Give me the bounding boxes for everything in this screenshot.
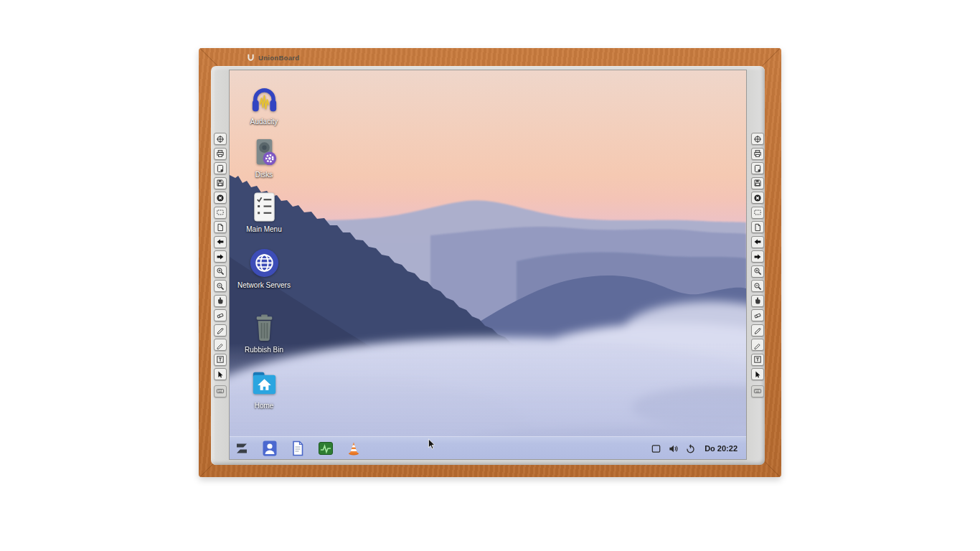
rubbish-bin-icon	[248, 311, 281, 344]
next-page-icon	[216, 253, 225, 261]
save-icon	[216, 179, 225, 187]
desktop-icon-home[interactable]: Home	[230, 367, 298, 410]
tool-new-page-button[interactable]	[214, 221, 227, 233]
tool-eraser-button[interactable]	[214, 309, 227, 321]
tool-save-button[interactable]	[751, 177, 764, 189]
tool-export-page-button[interactable]	[751, 162, 764, 174]
taskbar-app-documents[interactable]	[290, 441, 306, 456]
tool-calibrate-button[interactable]	[751, 133, 764, 145]
pencil-icon	[216, 341, 225, 349]
desktop-icon-network-servers[interactable]: Network Servers	[230, 247, 298, 290]
tool-next-page-button[interactable]	[214, 250, 227, 263]
desktop-screen: Audacity Disks Main M	[230, 70, 746, 459]
zoom-in-icon	[216, 267, 225, 276]
save-icon	[753, 179, 762, 187]
brand: UnionBoard	[246, 51, 299, 64]
screen-icon	[651, 443, 661, 454]
bezel-seam	[763, 459, 781, 477]
system-tray: Do 20:22	[650, 437, 738, 459]
tool-previous-page-button[interactable]	[751, 236, 764, 248]
network-servers-icon	[248, 247, 281, 279]
text-tool-icon	[753, 355, 762, 364]
tray-screen-button[interactable]	[650, 443, 661, 454]
tool-pointer-button[interactable]	[214, 368, 227, 380]
previous-page-icon	[753, 237, 762, 246]
home-folder-icon	[248, 367, 281, 400]
tool-zoom-in-button[interactable]	[214, 265, 227, 278]
select-area-icon	[753, 208, 762, 217]
tool-print-button[interactable]	[751, 148, 764, 160]
eraser-icon	[753, 311, 762, 320]
select-area-icon	[216, 208, 225, 217]
tray-power-button[interactable]	[684, 443, 696, 454]
keyboard-icon	[216, 387, 225, 395]
taskbar-app-system-monitor[interactable]	[318, 441, 334, 456]
taskbar-clock[interactable]: Do 20:22	[705, 444, 738, 453]
pointer-icon	[216, 370, 225, 379]
new-page-icon	[216, 223, 225, 232]
tool-keyboard-button[interactable]	[214, 385, 227, 397]
zorin-menu-icon	[234, 441, 250, 456]
desktop-icon-audacity[interactable]: Audacity	[230, 83, 298, 126]
tool-zoom-out-button[interactable]	[214, 280, 227, 292]
pointer-icon	[753, 370, 762, 379]
tool-save-button[interactable]	[214, 177, 227, 189]
tool-previous-page-button[interactable]	[214, 236, 227, 248]
desktop-icon-label: Rubbish Bin	[245, 346, 283, 354]
tool-pan-button[interactable]	[214, 295, 227, 307]
tool-calibrate-button[interactable]	[214, 133, 227, 145]
tool-zoom-out-button[interactable]	[751, 280, 764, 292]
calibrate-icon	[216, 135, 225, 143]
tool-pen-button[interactable]	[214, 324, 227, 336]
bezel-seam	[200, 48, 218, 66]
tool-keyboard-button[interactable]	[751, 385, 764, 397]
tool-next-page-button[interactable]	[751, 250, 764, 263]
pan-icon	[753, 296, 762, 305]
taskbar-app-user-account[interactable]	[262, 441, 278, 456]
taskbar-app-vlc[interactable]	[346, 441, 362, 456]
desktop-icon-rubbish-bin[interactable]: Rubbish Bin	[230, 311, 298, 354]
tool-export-page-button[interactable]	[214, 162, 227, 174]
tool-select-area-button[interactable]	[751, 207, 764, 219]
tool-pen-button[interactable]	[751, 324, 764, 336]
pencil-icon	[753, 341, 762, 349]
close-icon	[753, 194, 762, 202]
tool-select-area-button[interactable]	[214, 207, 227, 219]
zoom-out-icon	[216, 282, 225, 291]
pan-icon	[216, 296, 225, 305]
tool-pencil-button[interactable]	[214, 339, 227, 351]
taskbar-app-zorin-menu[interactable]	[234, 441, 250, 456]
desktop-icon-main-menu[interactable]: Main Menu	[230, 191, 298, 234]
vlc-icon	[346, 441, 362, 456]
zoom-in-icon	[753, 267, 762, 276]
volume-icon	[668, 443, 679, 454]
tool-pencil-button[interactable]	[751, 339, 764, 351]
tool-pointer-button[interactable]	[751, 368, 764, 380]
tool-close-button[interactable]	[214, 192, 227, 204]
bezel-seam	[763, 48, 781, 66]
tool-eraser-button[interactable]	[751, 309, 764, 321]
tool-new-page-button[interactable]	[751, 221, 764, 233]
user-account-icon	[262, 441, 278, 456]
zoom-out-icon	[753, 282, 762, 291]
toolstrip-left	[214, 133, 227, 397]
calibrate-icon	[753, 135, 762, 143]
print-icon	[216, 149, 225, 158]
tool-pan-button[interactable]	[751, 295, 764, 307]
main-menu-icon	[248, 191, 281, 223]
power-icon	[685, 443, 696, 454]
tool-print-button[interactable]	[214, 148, 227, 160]
tool-text-tool-button[interactable]	[751, 354, 764, 366]
tool-zoom-in-button[interactable]	[751, 265, 764, 278]
desktop-icon-label: Network Servers	[237, 281, 291, 290]
new-page-icon	[753, 223, 762, 232]
tool-close-button[interactable]	[751, 192, 764, 204]
tray-volume-button[interactable]	[667, 443, 679, 454]
desktop-icon-label: Home	[255, 402, 274, 410]
previous-page-icon	[216, 237, 225, 246]
taskbar: Do 20:22	[230, 436, 746, 459]
print-icon	[753, 149, 762, 158]
tool-text-tool-button[interactable]	[214, 354, 227, 366]
desktop-icon-label: Audacity	[250, 118, 278, 126]
desktop-icon-disks[interactable]: Disks	[230, 136, 298, 179]
